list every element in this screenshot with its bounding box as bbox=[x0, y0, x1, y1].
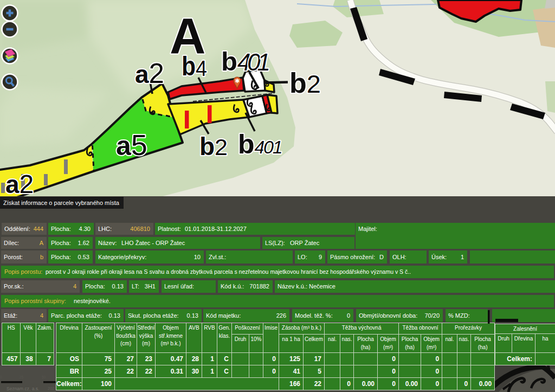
svg-text:b: b bbox=[182, 51, 196, 81]
svg-text:a5: a5 bbox=[116, 128, 147, 161]
svg-text:4: 4 bbox=[196, 56, 207, 81]
svg-text:✱: ✱ bbox=[235, 78, 240, 84]
svg-text:a2: a2 bbox=[5, 170, 34, 196]
svg-text:b2: b2 bbox=[199, 132, 228, 160]
svg-text:b2: b2 bbox=[289, 67, 321, 99]
svg-text:a2: a2 bbox=[135, 58, 164, 89]
svg-text:b401: b401 bbox=[221, 47, 270, 76]
